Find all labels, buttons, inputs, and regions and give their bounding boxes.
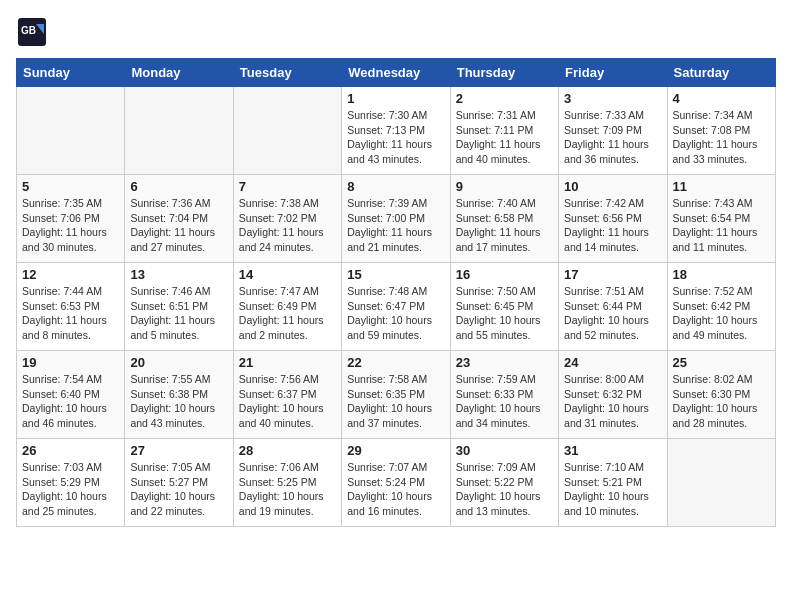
day-number: 1 [347, 91, 444, 106]
day-number: 29 [347, 443, 444, 458]
day-number: 25 [673, 355, 770, 370]
day-number: 2 [456, 91, 553, 106]
day-info: Sunrise: 7:05 AM Sunset: 5:27 PM Dayligh… [130, 460, 227, 519]
day-info: Sunrise: 7:48 AM Sunset: 6:47 PM Dayligh… [347, 284, 444, 343]
calendar-cell: 6Sunrise: 7:36 AM Sunset: 7:04 PM Daylig… [125, 175, 233, 263]
calendar-cell: 2Sunrise: 7:31 AM Sunset: 7:11 PM Daylig… [450, 87, 558, 175]
day-number: 9 [456, 179, 553, 194]
day-header-saturday: Saturday [667, 59, 775, 87]
day-number: 30 [456, 443, 553, 458]
calendar-cell: 18Sunrise: 7:52 AM Sunset: 6:42 PM Dayli… [667, 263, 775, 351]
calendar-cell: 27Sunrise: 7:05 AM Sunset: 5:27 PM Dayli… [125, 439, 233, 527]
calendar-cell: 24Sunrise: 8:00 AM Sunset: 6:32 PM Dayli… [559, 351, 667, 439]
day-number: 17 [564, 267, 661, 282]
calendar-week-row: 1Sunrise: 7:30 AM Sunset: 7:13 PM Daylig… [17, 87, 776, 175]
day-number: 28 [239, 443, 336, 458]
calendar-cell: 1Sunrise: 7:30 AM Sunset: 7:13 PM Daylig… [342, 87, 450, 175]
calendar-cell [17, 87, 125, 175]
calendar-cell: 10Sunrise: 7:42 AM Sunset: 6:56 PM Dayli… [559, 175, 667, 263]
day-number: 7 [239, 179, 336, 194]
calendar-cell: 28Sunrise: 7:06 AM Sunset: 5:25 PM Dayli… [233, 439, 341, 527]
day-info: Sunrise: 7:43 AM Sunset: 6:54 PM Dayligh… [673, 196, 770, 255]
day-info: Sunrise: 7:46 AM Sunset: 6:51 PM Dayligh… [130, 284, 227, 343]
day-number: 19 [22, 355, 119, 370]
day-info: Sunrise: 7:52 AM Sunset: 6:42 PM Dayligh… [673, 284, 770, 343]
day-number: 13 [130, 267, 227, 282]
calendar-table: SundayMondayTuesdayWednesdayThursdayFrid… [16, 58, 776, 527]
day-number: 22 [347, 355, 444, 370]
day-number: 6 [130, 179, 227, 194]
day-info: Sunrise: 7:10 AM Sunset: 5:21 PM Dayligh… [564, 460, 661, 519]
day-number: 27 [130, 443, 227, 458]
day-number: 21 [239, 355, 336, 370]
calendar-cell: 4Sunrise: 7:34 AM Sunset: 7:08 PM Daylig… [667, 87, 775, 175]
day-header-tuesday: Tuesday [233, 59, 341, 87]
calendar-header-row: SundayMondayTuesdayWednesdayThursdayFrid… [17, 59, 776, 87]
day-info: Sunrise: 7:33 AM Sunset: 7:09 PM Dayligh… [564, 108, 661, 167]
calendar-cell: 3Sunrise: 7:33 AM Sunset: 7:09 PM Daylig… [559, 87, 667, 175]
calendar-cell: 20Sunrise: 7:55 AM Sunset: 6:38 PM Dayli… [125, 351, 233, 439]
day-info: Sunrise: 7:31 AM Sunset: 7:11 PM Dayligh… [456, 108, 553, 167]
day-number: 12 [22, 267, 119, 282]
day-info: Sunrise: 7:30 AM Sunset: 7:13 PM Dayligh… [347, 108, 444, 167]
day-number: 16 [456, 267, 553, 282]
calendar-week-row: 26Sunrise: 7:03 AM Sunset: 5:29 PM Dayli… [17, 439, 776, 527]
day-info: Sunrise: 7:44 AM Sunset: 6:53 PM Dayligh… [22, 284, 119, 343]
day-header-friday: Friday [559, 59, 667, 87]
day-info: Sunrise: 7:42 AM Sunset: 6:56 PM Dayligh… [564, 196, 661, 255]
day-info: Sunrise: 7:07 AM Sunset: 5:24 PM Dayligh… [347, 460, 444, 519]
calendar-cell [667, 439, 775, 527]
calendar-cell: 30Sunrise: 7:09 AM Sunset: 5:22 PM Dayli… [450, 439, 558, 527]
day-info: Sunrise: 7:36 AM Sunset: 7:04 PM Dayligh… [130, 196, 227, 255]
day-info: Sunrise: 7:06 AM Sunset: 5:25 PM Dayligh… [239, 460, 336, 519]
calendar-cell: 31Sunrise: 7:10 AM Sunset: 5:21 PM Dayli… [559, 439, 667, 527]
calendar-cell: 5Sunrise: 7:35 AM Sunset: 7:06 PM Daylig… [17, 175, 125, 263]
calendar-cell: 25Sunrise: 8:02 AM Sunset: 6:30 PM Dayli… [667, 351, 775, 439]
day-info: Sunrise: 7:58 AM Sunset: 6:35 PM Dayligh… [347, 372, 444, 431]
day-number: 11 [673, 179, 770, 194]
day-info: Sunrise: 7:51 AM Sunset: 6:44 PM Dayligh… [564, 284, 661, 343]
day-header-thursday: Thursday [450, 59, 558, 87]
calendar-cell: 7Sunrise: 7:38 AM Sunset: 7:02 PM Daylig… [233, 175, 341, 263]
calendar-cell [125, 87, 233, 175]
day-info: Sunrise: 7:54 AM Sunset: 6:40 PM Dayligh… [22, 372, 119, 431]
calendar-cell: 17Sunrise: 7:51 AM Sunset: 6:44 PM Dayli… [559, 263, 667, 351]
svg-text:GB: GB [21, 25, 36, 36]
day-info: Sunrise: 8:00 AM Sunset: 6:32 PM Dayligh… [564, 372, 661, 431]
calendar-cell: 19Sunrise: 7:54 AM Sunset: 6:40 PM Dayli… [17, 351, 125, 439]
day-number: 20 [130, 355, 227, 370]
day-header-wednesday: Wednesday [342, 59, 450, 87]
day-info: Sunrise: 7:55 AM Sunset: 6:38 PM Dayligh… [130, 372, 227, 431]
day-info: Sunrise: 7:35 AM Sunset: 7:06 PM Dayligh… [22, 196, 119, 255]
day-number: 26 [22, 443, 119, 458]
calendar-cell: 14Sunrise: 7:47 AM Sunset: 6:49 PM Dayli… [233, 263, 341, 351]
day-info: Sunrise: 7:34 AM Sunset: 7:08 PM Dayligh… [673, 108, 770, 167]
calendar-cell [233, 87, 341, 175]
calendar-cell: 11Sunrise: 7:43 AM Sunset: 6:54 PM Dayli… [667, 175, 775, 263]
calendar-cell: 8Sunrise: 7:39 AM Sunset: 7:00 PM Daylig… [342, 175, 450, 263]
calendar-cell: 23Sunrise: 7:59 AM Sunset: 6:33 PM Dayli… [450, 351, 558, 439]
logo-icon: GB [16, 16, 48, 48]
calendar-cell: 9Sunrise: 7:40 AM Sunset: 6:58 PM Daylig… [450, 175, 558, 263]
day-info: Sunrise: 7:39 AM Sunset: 7:00 PM Dayligh… [347, 196, 444, 255]
day-info: Sunrise: 7:59 AM Sunset: 6:33 PM Dayligh… [456, 372, 553, 431]
day-number: 5 [22, 179, 119, 194]
logo: GB [16, 16, 52, 48]
day-info: Sunrise: 7:38 AM Sunset: 7:02 PM Dayligh… [239, 196, 336, 255]
day-number: 4 [673, 91, 770, 106]
calendar-week-row: 12Sunrise: 7:44 AM Sunset: 6:53 PM Dayli… [17, 263, 776, 351]
calendar-week-row: 5Sunrise: 7:35 AM Sunset: 7:06 PM Daylig… [17, 175, 776, 263]
day-number: 14 [239, 267, 336, 282]
calendar-cell: 12Sunrise: 7:44 AM Sunset: 6:53 PM Dayli… [17, 263, 125, 351]
calendar-cell: 22Sunrise: 7:58 AM Sunset: 6:35 PM Dayli… [342, 351, 450, 439]
day-number: 3 [564, 91, 661, 106]
calendar-cell: 26Sunrise: 7:03 AM Sunset: 5:29 PM Dayli… [17, 439, 125, 527]
calendar-week-row: 19Sunrise: 7:54 AM Sunset: 6:40 PM Dayli… [17, 351, 776, 439]
calendar-cell: 29Sunrise: 7:07 AM Sunset: 5:24 PM Dayli… [342, 439, 450, 527]
day-info: Sunrise: 7:56 AM Sunset: 6:37 PM Dayligh… [239, 372, 336, 431]
day-info: Sunrise: 7:50 AM Sunset: 6:45 PM Dayligh… [456, 284, 553, 343]
day-number: 8 [347, 179, 444, 194]
day-header-sunday: Sunday [17, 59, 125, 87]
day-number: 15 [347, 267, 444, 282]
day-number: 23 [456, 355, 553, 370]
